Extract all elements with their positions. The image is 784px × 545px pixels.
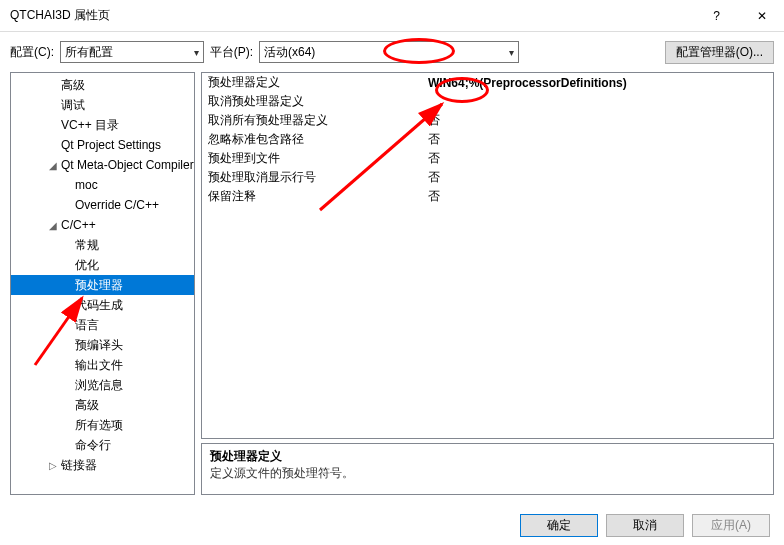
property-value: 否 [422, 168, 773, 187]
tree-item-label: VC++ 目录 [61, 117, 119, 134]
tree-item-label: 优化 [75, 257, 99, 274]
config-value: 所有配置 [65, 44, 194, 61]
tree-item[interactable]: 调试 [11, 95, 194, 115]
tree-item[interactable]: 浏览信息 [11, 375, 194, 395]
property-key: 取消所有预处理器定义 [202, 111, 422, 130]
tree-item-label: 输出文件 [75, 357, 123, 374]
apply-button[interactable]: 应用(A) [692, 514, 770, 537]
config-row: 配置(C): 所有配置 ▾ 平台(P): 活动(x64) ▾ 配置管理器(O).… [0, 32, 784, 62]
titlebar: QTCHAI3D 属性页 ? ✕ [0, 0, 784, 32]
chevron-down-icon: ▾ [194, 47, 199, 58]
tree-item[interactable]: 输出文件 [11, 355, 194, 375]
tree-item[interactable]: ◢C/C++ [11, 215, 194, 235]
tree-item-label: 高级 [61, 77, 85, 94]
tree-item[interactable]: 所有选项 [11, 415, 194, 435]
tree-item-label: 常规 [75, 237, 99, 254]
tree-item-label: 所有选项 [75, 417, 123, 434]
property-key: 预处理到文件 [202, 149, 422, 168]
property-value: 否 [422, 111, 773, 130]
tree-item[interactable]: 常规 [11, 235, 194, 255]
property-value: 否 [422, 187, 773, 206]
description-body: 定义源文件的预处理符号。 [210, 465, 765, 482]
tree-item[interactable]: ▷链接器 [11, 455, 194, 475]
tree-expander-icon: ◢ [49, 160, 61, 171]
tree-item-label: Qt Meta-Object Compiler [61, 158, 194, 172]
property-key: 取消预处理器定义 [202, 92, 422, 111]
main-area: 高级调试VC++ 目录Qt Project Settings◢Qt Meta-O… [0, 62, 784, 505]
platform-value: 活动(x64) [264, 44, 509, 61]
tree-item[interactable]: moc [11, 175, 194, 195]
tree-item[interactable]: 语言 [11, 315, 194, 335]
tree-item-label: 链接器 [61, 457, 97, 474]
tree-item[interactable]: 代码生成 [11, 295, 194, 315]
tree-item[interactable]: 优化 [11, 255, 194, 275]
property-row[interactable]: 预处理器定义WIN64;%(PreprocessorDefinitions) [202, 73, 773, 92]
property-key: 保留注释 [202, 187, 422, 206]
tree-item-label: 语言 [75, 317, 99, 334]
property-row[interactable]: 保留注释否 [202, 187, 773, 206]
tree-item-label: 预编译头 [75, 337, 123, 354]
platform-dropdown[interactable]: 活动(x64) ▾ [259, 41, 519, 63]
tree-panel[interactable]: 高级调试VC++ 目录Qt Project Settings◢Qt Meta-O… [10, 72, 195, 495]
tree-item-label: 调试 [61, 97, 85, 114]
tree-item-label: 代码生成 [75, 297, 123, 314]
tree-item-label: 浏览信息 [75, 377, 123, 394]
property-key: 预处理取消显示行号 [202, 168, 422, 187]
description-title: 预处理器定义 [210, 448, 765, 465]
tree-item[interactable]: 预处理器 [11, 275, 194, 295]
tree-item-label: 命令行 [75, 437, 111, 454]
tree-item-label: moc [75, 178, 98, 192]
tree-expander-icon: ▷ [49, 460, 61, 471]
window-title: QTCHAI3D 属性页 [10, 7, 694, 24]
tree-item[interactable]: 预编译头 [11, 335, 194, 355]
tree-item[interactable]: 高级 [11, 75, 194, 95]
tree-item[interactable]: 高级 [11, 395, 194, 415]
tree-item-label: Qt Project Settings [61, 138, 161, 152]
tree-item[interactable]: 命令行 [11, 435, 194, 455]
platform-label: 平台(P): [210, 44, 253, 61]
property-value: WIN64;%(PreprocessorDefinitions) [422, 73, 773, 92]
property-key: 预处理器定义 [202, 73, 422, 92]
property-value: 否 [422, 130, 773, 149]
property-row[interactable]: 取消所有预处理器定义否 [202, 111, 773, 130]
property-panel: 预处理器定义WIN64;%(PreprocessorDefinitions)取消… [201, 72, 774, 439]
tree-item[interactable]: Override C/C++ [11, 195, 194, 215]
description-panel: 预处理器定义 定义源文件的预处理符号。 [201, 443, 774, 495]
close-button[interactable]: ✕ [739, 0, 784, 32]
tree-item[interactable]: Qt Project Settings [11, 135, 194, 155]
property-row[interactable]: 取消预处理器定义 [202, 92, 773, 111]
property-value: 否 [422, 149, 773, 168]
tree-item-label: Override C/C++ [75, 198, 159, 212]
chevron-down-icon: ▾ [509, 47, 514, 58]
tree-item-label: 预处理器 [75, 277, 123, 294]
config-manager-button[interactable]: 配置管理器(O)... [665, 41, 774, 64]
property-row[interactable]: 预处理到文件否 [202, 149, 773, 168]
config-dropdown[interactable]: 所有配置 ▾ [60, 41, 204, 63]
cancel-button[interactable]: 取消 [606, 514, 684, 537]
footer: 确定 取消 应用(A) [0, 505, 784, 545]
property-key: 忽略标准包含路径 [202, 130, 422, 149]
help-button[interactable]: ? [694, 0, 739, 32]
ok-button[interactable]: 确定 [520, 514, 598, 537]
tree-item[interactable]: VC++ 目录 [11, 115, 194, 135]
tree-item[interactable]: ◢Qt Meta-Object Compiler [11, 155, 194, 175]
config-label: 配置(C): [10, 44, 54, 61]
property-row[interactable]: 忽略标准包含路径否 [202, 130, 773, 149]
property-value [422, 92, 773, 111]
tree-expander-icon: ◢ [49, 220, 61, 231]
tree-item-label: 高级 [75, 397, 99, 414]
tree-item-label: C/C++ [61, 218, 96, 232]
property-row[interactable]: 预处理取消显示行号否 [202, 168, 773, 187]
